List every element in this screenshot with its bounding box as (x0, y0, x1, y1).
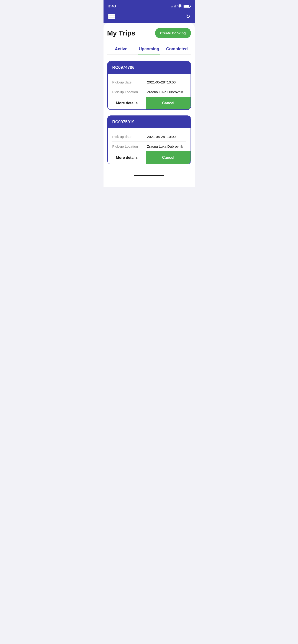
card-actions-1: More details Cancel (108, 97, 191, 110)
main-content: My Trips Create Booking Active Upcoming … (104, 23, 195, 187)
nav-bar: ↻ (104, 12, 195, 23)
more-details-button-1[interactable]: More details (108, 97, 146, 110)
cancel-button-1[interactable]: Cancel (146, 97, 190, 110)
pickup-date-row-2: Pick-up date 2021-05-28T10:00 (112, 132, 186, 142)
card-header-1: RC0974796 (108, 62, 191, 74)
page-title: My Trips (107, 29, 136, 37)
pickup-location-label-2: Pick-up Location (112, 144, 147, 148)
status-bar: 3:43 (104, 0, 195, 12)
tabs-container: Active Upcoming Completed (107, 44, 191, 54)
tab-upcoming[interactable]: Upcoming (135, 44, 163, 54)
pickup-location-label-1: Pick-up Location (112, 90, 147, 94)
pickup-date-label-1: Pick-up date (112, 80, 147, 84)
status-time: 3:43 (108, 4, 116, 8)
pickup-location-value-2: Zracna Luka Dubrovnik (147, 144, 183, 148)
pickup-location-row-2: Pick-up Location Zracna Luka Dubrovnik (112, 142, 186, 149)
card-body-1: Pick-up date 2021-05-28T10:00 Pick-up Lo… (108, 74, 191, 95)
booking-card-2: RC0975919 Pick-up date 2021-05-28T10:00 … (107, 116, 191, 164)
status-icons (171, 4, 190, 8)
booking-id-2: RC0975919 (112, 120, 135, 124)
cancel-button-2[interactable]: Cancel (146, 152, 190, 164)
card-header-2: RC0975919 (108, 116, 191, 128)
tab-completed[interactable]: Completed (163, 44, 191, 54)
card-actions-2: More details Cancel (108, 151, 191, 164)
menu-button[interactable] (108, 14, 115, 19)
pickup-date-value-1: 2021-05-28T10:00 (147, 80, 176, 84)
booking-id-1: RC0974796 (112, 65, 135, 70)
card-body-2: Pick-up date 2021-05-28T10:00 Pick-up Lo… (108, 128, 191, 149)
battery-icon (184, 5, 190, 8)
pickup-location-row-1: Pick-up Location Zracna Luka Dubrovnik (112, 87, 186, 95)
signal-icon (171, 5, 176, 8)
pickup-date-label-2: Pick-up date (112, 135, 147, 139)
tab-active[interactable]: Active (107, 44, 135, 54)
home-indicator (107, 170, 191, 178)
more-details-button-2[interactable]: More details (108, 152, 146, 164)
wifi-icon (178, 4, 182, 8)
pickup-date-row-1: Pick-up date 2021-05-28T10:00 (112, 78, 186, 87)
booking-card-1: RC0974796 Pick-up date 2021-05-28T10:00 … (107, 61, 191, 110)
pickup-date-value-2: 2021-05-28T10:00 (147, 135, 176, 139)
pickup-location-value-1: Zracna Luka Dubrovnik (147, 90, 183, 94)
create-booking-button[interactable]: Create Booking (155, 28, 191, 38)
home-bar (134, 175, 164, 176)
page-header: My Trips Create Booking (107, 28, 191, 38)
refresh-button[interactable]: ↻ (186, 14, 190, 20)
